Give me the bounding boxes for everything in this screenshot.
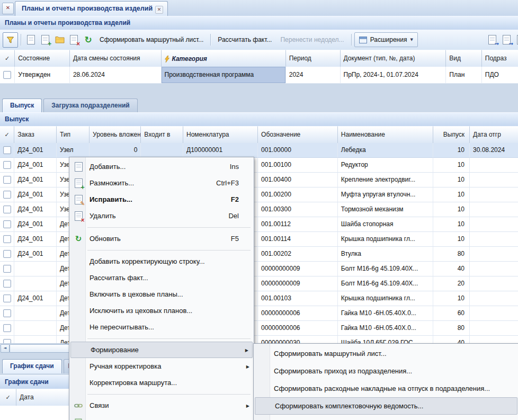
cell-designation: 001.00112 [258,217,338,232]
column-header-state-date[interactable]: Дата смены состояния [70,50,162,68]
row-checkbox[interactable] [0,67,15,84]
column-header-ship-date[interactable]: Дата отгр [470,126,518,144]
column-header-state[interactable]: Состояние [15,50,70,68]
menu-item-label: Сформировать комплектовочную ведомость..… [275,402,423,410]
cell-name: Болт М16-6g 45.109.40Х... [338,276,433,291]
cell-order: Д24_001 [14,291,57,306]
open-button[interactable] [52,33,67,47]
export-document-button[interactable]: → [485,33,499,47]
check-icon: ✓ [5,55,10,62]
column-header-level[interactable]: Уровень вложен [90,126,141,144]
submenu-item-issue-waybills[interactable]: Сформировать расходные накладные на отпу… [254,380,518,397]
column-header-qty[interactable]: Выпуск [433,126,470,144]
select-all-header[interactable]: ✓ [0,126,14,144]
column-header-division[interactable]: Подраз [482,50,518,68]
category-header-label: Категория [172,51,207,67]
cell-ship-date [470,202,518,217]
checkbox [3,220,11,228]
column-header-type[interactable]: Тип [57,126,90,144]
row-checkbox[interactable] [0,158,14,173]
column-header-kind[interactable]: Вид [446,50,481,68]
row-checkbox[interactable] [0,217,14,232]
column-header-order[interactable]: Заказ [14,126,57,144]
menu-item-links[interactable]: Связи ▶ [69,397,254,414]
extensions-label: Расширения [370,36,407,43]
close-tab-group-button[interactable]: ✕ [2,3,14,14]
menu-item-add-correction-row[interactable]: Добавить корректирующую строку... [69,253,254,270]
submenu-item-route-list[interactable]: Сформировать маршрутный лист... [254,345,518,362]
row-checkbox[interactable] [0,276,14,291]
menu-item-calc-fact[interactable]: Рассчитать факт... [69,270,254,286]
menu-item-label: Включить в цеховые планы... [90,290,183,298]
scroll-left-icon: ◄ [4,346,6,350]
arrow-badge-icon: → [509,41,513,47]
column-header-nomenclature[interactable]: Номенклатура [183,126,258,144]
add-document-button[interactable] [24,33,38,47]
duplicate-document-button[interactable]: + [38,33,52,47]
tab-output[interactable]: Выпуск [2,99,42,113]
row-checkbox[interactable] [0,247,14,262]
row-checkbox[interactable] [0,306,14,321]
menu-item-formation[interactable]: Формирование ▶ [70,342,253,358]
column-header-document[interactable]: Документ (тип, №, дата) [341,50,446,68]
row-checkbox[interactable] [0,321,14,336]
row-checkbox[interactable] [0,187,14,202]
menu-item-exclude-shop-plans[interactable]: Исключить из цеховых планов... [69,302,254,319]
tab-delivery-schedule[interactable]: График сдачи [2,359,62,373]
row-checkbox[interactable] [0,173,14,187]
menu-item-clipped[interactable] [69,414,254,420]
cell-name: Крышка подшипника гл... [338,232,433,247]
column-header-category[interactable]: Категория [162,50,286,68]
delete-doc-icon: × [73,211,84,221]
menu-item-duplicate[interactable]: + Размножить... Ctrl+F3 [69,175,254,191]
refresh-button[interactable]: ↻ [81,33,95,47]
scroll-left-button[interactable]: ◄ [1,344,10,353]
menu-item-add[interactable]: Добавить... Ins [69,158,254,175]
checkbox [3,294,11,302]
menu-item-delete[interactable]: × Удалить Del [69,208,254,224]
select-all-header[interactable]: ✓ [0,50,15,68]
cell-order [14,321,57,336]
row-checkbox[interactable] [0,291,14,306]
column-header-parent[interactable]: Входит в [141,126,183,144]
checkbox [3,71,11,79]
document-tab[interactable]: Планы и отчеты производства изделий ✕ [15,1,168,16]
menu-item-include-shop-plans[interactable]: Включить в цеховые планы... [69,286,254,302]
refresh-icon: ↻ [73,235,84,243]
table-row[interactable]: Д24_001 Узел 0 Д100000001 001.00000 Лебе… [0,143,518,158]
column-header-name[interactable]: Наименование [338,126,433,144]
menu-separator [87,391,254,397]
row-checkbox[interactable] [0,202,14,217]
row-checkbox[interactable] [0,262,14,276]
menu-item-refresh[interactable]: ↻ Обновить F5 [69,230,254,247]
row-checkbox[interactable] [0,143,14,158]
calc-fact-button[interactable]: Рассчитать факт... [213,33,276,47]
column-header-designation[interactable]: Обозначение [258,126,338,144]
select-all-header[interactable]: ✓ [0,389,16,407]
tab-close-icon[interactable]: ✕ [155,6,163,14]
menu-item-manual-correction[interactable]: Ручная корректировка ▶ [69,358,254,374]
cell-designation: 001.00000 [258,143,338,158]
more-tools-button[interactable] [514,33,518,47]
tab-load-divisions[interactable]: Загрузка подразделений [43,99,137,113]
menu-item-route-correction[interactable]: Корректировка маршрута... [69,374,254,391]
route-list-button[interactable]: Сформировать маршрутный лист... [95,33,208,47]
row-checkbox[interactable] [0,232,14,247]
menu-item-no-recalc[interactable]: Не пересчитывать... [69,319,254,335]
cell-ship-date [470,262,518,276]
cell-qty: 20 [433,276,470,291]
column-header-period[interactable]: Период [286,50,341,68]
checkbox [3,324,11,332]
schedule-section-title: График сдачи [5,378,49,386]
submenu-item-incoming-from-division[interactable]: Сформировать приход из подразделения... [254,362,518,380]
cell-order: Д24_001 [14,143,57,158]
extensions-button[interactable]: Расширения ▼ [354,32,418,47]
menu-item-edit[interactable]: ✎ Исправить... F2 [69,191,254,208]
check-icon: ✓ [5,131,10,138]
delete-document-button[interactable]: × [67,33,81,47]
submenu-item-picking-list[interactable]: Сформировать комплектовочную ведомость..… [255,397,517,415]
send-document-button[interactable]: → [499,33,514,47]
plans-table-row[interactable]: Утвержден 28.06.2024 Производственная пр… [0,67,518,84]
toolbar-separator [21,34,21,46]
filter-button[interactable] [3,32,18,48]
